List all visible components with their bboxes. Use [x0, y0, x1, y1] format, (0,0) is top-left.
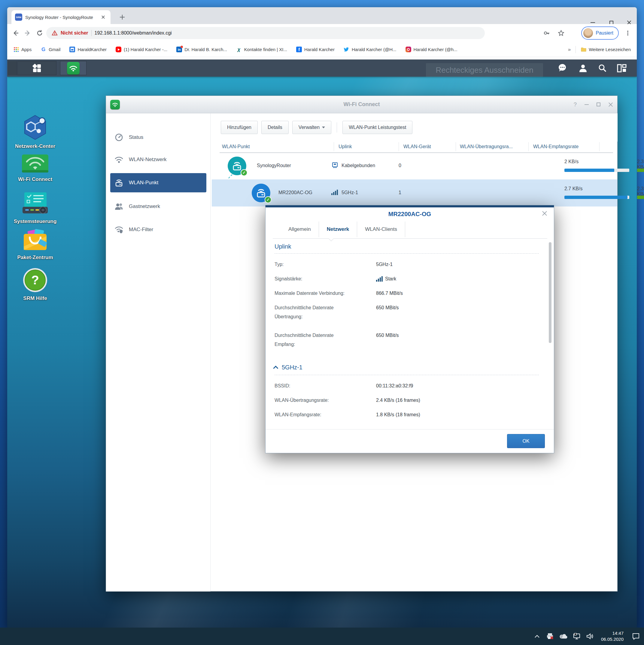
window-close-button[interactable]	[608, 102, 613, 107]
bookmark-label: HaraldKarcher	[77, 47, 107, 52]
search-icon	[598, 64, 607, 73]
sidebar-item-wlan-punkt[interactable]: WLAN-Punkt	[110, 173, 206, 192]
widgets-button[interactable]	[617, 64, 627, 72]
network-monitor-icon	[573, 633, 581, 640]
chevron-up-icon	[273, 366, 278, 371]
bookmark-label: Gmail	[49, 47, 60, 52]
detail-label: Signalstärke:	[275, 274, 351, 283]
menu-kebab-button[interactable]	[622, 27, 634, 39]
search-button[interactable]	[598, 64, 607, 73]
column-header-empfangsrate[interactable]: WLAN-Empfangsrate	[533, 142, 602, 152]
device-count: 1	[399, 190, 401, 195]
bookmark-linkedin[interactable]: in Dr. Harald B. Karch...	[176, 47, 227, 52]
bookmark-facebook[interactable]: f Harald Karcher	[296, 47, 335, 52]
desktop-icon-systemsteuerung[interactable]: Systemsteuerung	[10, 192, 61, 225]
window-maximize-button[interactable]	[597, 102, 600, 106]
window-minimize-button[interactable]	[585, 104, 589, 105]
twitter-icon	[344, 47, 349, 52]
sync-status-label: Pausiert	[596, 30, 613, 36]
bookmarks-bar: Apps G Gmail HaraldKarcher (1) Harald Ka…	[7, 42, 637, 57]
desktop-icon-paket-zentrum[interactable]: Paket-Zentrum	[10, 229, 61, 261]
browser-tab[interactable]: SRM Synology Router - SynologyRoute	[11, 10, 110, 24]
sidebar-item-gastnetzwerk[interactable]: Gastnetzwerk	[110, 197, 206, 216]
reload-button[interactable]	[34, 27, 46, 39]
tray-expand-button[interactable]	[533, 632, 541, 640]
tray-onedrive-button[interactable]	[560, 632, 567, 640]
tab-netzwerk[interactable]: Netzwerk	[319, 223, 357, 235]
bookmark-star-button[interactable]	[555, 27, 567, 39]
bookmark-twitter[interactable]: Harald Karcher (@H...	[344, 47, 396, 52]
password-key-button[interactable]	[541, 27, 553, 39]
bookmarks-overflow-chevron[interactable]: »	[568, 47, 571, 53]
back-button[interactable]	[10, 27, 22, 39]
notifications-button[interactable]	[558, 64, 568, 73]
scrollbar-thumb[interactable]	[549, 242, 552, 343]
desktop-icon-label: SRM Hilfe	[10, 295, 61, 302]
url-text[interactable]: 192.168.1.1:8000/webman/index.cgi	[95, 30, 172, 36]
forward-button[interactable]	[22, 27, 34, 39]
other-bookmarks-button[interactable]: Weitere Lesezeichen	[581, 47, 631, 52]
sidebar-item-wlan-netzwerk[interactable]: WLAN-Netzwerk	[110, 150, 206, 169]
dialog-scrollbar[interactable]	[549, 242, 552, 547]
ap-performance-test-button[interactable]: WLAN-Punkt Leistungstest	[342, 121, 412, 134]
sidebar-item-label: MAC-Filter	[129, 227, 153, 233]
new-tab-button[interactable]	[118, 13, 127, 22]
column-header-uebertragungsrate[interactable]: WLAN-Übertragungsra...	[460, 142, 529, 152]
user-options-button[interactable]	[579, 64, 588, 73]
access-point-icon	[114, 178, 123, 187]
wifi-connect-taskbar-button[interactable]	[60, 61, 86, 75]
bookmark-haraldkarcher[interactable]: HaraldKarcher	[69, 47, 107, 52]
taskbar-clock[interactable]: 14:47 06.05.2020	[601, 630, 624, 642]
desktop-icon-wifi-connect[interactable]: Wi-Fi Connect	[10, 154, 61, 183]
window-help-button[interactable]: ?	[573, 101, 577, 108]
clock-time: 14:47	[601, 630, 624, 636]
rx-rate-value: 2.3 KB/s	[637, 159, 644, 170]
details-button[interactable]: Details	[261, 121, 289, 134]
add-button[interactable]: Hinzufügen	[221, 121, 258, 134]
tab-wlan-clients[interactable]: WLAN-Clients	[357, 223, 405, 235]
profile-button[interactable]: Pausiert	[581, 26, 619, 40]
bookmark-apps[interactable]: Apps	[13, 47, 32, 52]
forward-icon	[24, 29, 31, 37]
column-header-wlan-geraet[interactable]: WLAN-Gerät	[403, 142, 454, 152]
router-device-icon: ✓	[228, 157, 246, 175]
chevron-down-icon	[322, 127, 325, 128]
bookmark-gmail[interactable]: G Gmail	[41, 47, 60, 52]
address-bar[interactable]: Nicht sicher 192.168.1.1:8000/webman/ind…	[46, 27, 485, 39]
table-row-synologyrouter[interactable]: ✓ SynologyRouter Kabelgebunden 0 2 KB/s …	[212, 152, 617, 179]
band-section-heading[interactable]: 5GHz-1	[275, 364, 302, 371]
main-menu-button[interactable]	[17, 61, 56, 75]
tray-printer-button[interactable]	[546, 632, 554, 640]
dialog-close-button[interactable]	[542, 211, 547, 216]
tray-network-button[interactable]	[573, 632, 581, 640]
table-header: WLAN-Punkt Uplink WLAN-Gerät WLAN-Übertr…	[220, 142, 613, 152]
router-device-icon: ✓	[252, 184, 270, 202]
column-header-uplink[interactable]: Uplink	[339, 142, 399, 152]
srm-hilfe-icon: ?	[10, 267, 61, 293]
security-label[interactable]: Nicht sicher	[61, 30, 88, 36]
srm-topbar-edge-button[interactable]	[8, 61, 17, 75]
detail-value: 2.4 KB/s (16 frames)	[376, 396, 420, 405]
key-icon	[543, 29, 550, 37]
bookmark-xing[interactable]: χ Kontakte finden | XI...	[236, 47, 287, 52]
detail-label: Maximale Datenrate Verbindung:	[275, 289, 351, 298]
desktop-icon-srm-hilfe[interactable]: ? SRM Hilfe	[10, 267, 61, 302]
table-row-mr2200ac[interactable]: ✓ MR2200AC-OG 5GHz-1 1 2.7 KB/s 2.3 KB/s	[212, 179, 617, 206]
bookmark-label: Dr. Harald B. Karch...	[185, 47, 227, 52]
dialog-title: MR2200AC-OG	[266, 211, 554, 218]
bookmark-instagram[interactable]: Harald Karcher (@h...	[405, 47, 457, 52]
tab-close-button[interactable]	[100, 14, 106, 20]
tab-allgemein[interactable]: Allgemein	[281, 223, 319, 235]
bookmark-youtube[interactable]: (1) Harald Karcher -...	[116, 47, 167, 52]
sidebar-item-status[interactable]: Status	[110, 128, 206, 147]
sidebar-item-mac-filter[interactable]: MAC-Filter	[110, 220, 206, 239]
sidebar-item-label: Gastnetzwerk	[129, 203, 160, 209]
action-center-button[interactable]	[632, 632, 640, 640]
window-titlebar[interactable]: Wi-Fi Connect ?	[106, 96, 617, 113]
ok-button[interactable]: OK	[507, 434, 545, 448]
desktop-icon-netzwerk-center[interactable]: Netzwerk-Center	[10, 114, 61, 150]
tray-volume-button[interactable]	[586, 632, 594, 640]
srm-topbar: Rechteckiges Ausschneiden	[7, 59, 637, 77]
column-header-wlan-punkt[interactable]: WLAN-Punkt	[222, 142, 330, 152]
manage-button[interactable]: Verwalten	[292, 121, 331, 134]
